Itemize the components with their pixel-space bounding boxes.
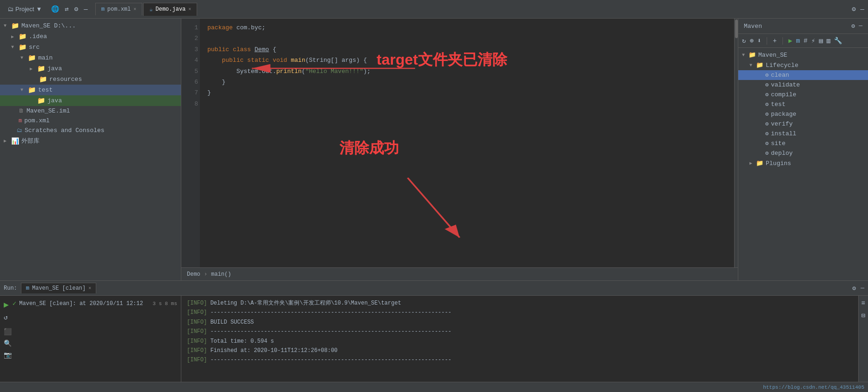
maven-hash-icon[interactable]: # [804,37,808,45]
project-label: Project [15,6,34,13]
maven-clean[interactable]: ⚙ clean [738,70,868,80]
bottom-stop-icon[interactable]: ⬛ [4,328,177,336]
maven-download-icon[interactable]: ⬇ [757,37,761,45]
editor-scrollbar[interactable] [734,19,738,267]
maven-gear-icon[interactable]: ⚙ [851,22,855,30]
bottom-settings-icon[interactable]: ⚙ [852,285,856,292]
console-line-2: [INFO] ---------------------------------… [187,308,853,317]
tree-main-java[interactable]: ▶ 📁 java [0,63,181,74]
maven-deploy-gear-icon: ⚙ [765,150,769,157]
globe-icon[interactable]: 🌐 [51,5,59,13]
project-button[interactable]: 🗂 Project ▼ [4,4,46,14]
tree-external-lib[interactable]: ▶ 📊 外部库 [0,135,181,146]
run-tab[interactable]: m Maven_SE [clean] × [21,283,96,293]
maven-test[interactable]: ⚙ test [738,100,868,109]
tree-iml[interactable]: 🗎 Maven_SE.iml [0,106,181,116]
maven-site[interactable]: ⚙ site [738,139,868,148]
run-play-button[interactable]: ▶ [4,299,9,310]
pom-icon: m [101,6,105,13]
maven-cols-icon[interactable]: ▤ [819,37,822,45]
editor-scrollbar-thumb [735,20,738,38]
maven-minimize-icon[interactable]: — [861,6,864,13]
line-numbers: 1 2 3 4 5 6 7 8 [181,19,200,267]
maven-install[interactable]: ⚙ install [738,129,868,139]
maven-lightning-icon[interactable]: ⚡ [811,37,815,45]
tree-idea[interactable]: ▶ 📁 .idea [0,31,181,42]
java-icon: ☕ [149,6,152,13]
bp-align-bottom-icon[interactable]: ⊟ [861,312,865,319]
maven-plugins-arrow: ▶ [749,160,756,166]
status-url[interactable]: https://blog.csdn.net/qq_43511405 [763,385,864,390]
minimize-icon[interactable]: — [84,6,87,13]
bottom-minimize-icon[interactable]: — [861,285,864,292]
bottom-right-icons: ⚙ — [852,285,864,292]
tree-test-java[interactable]: 📁 java [0,95,181,106]
main-label: main [38,54,53,61]
console-output: [INFO] Deleting D:\A-常用文件夹\案例\开发工程师\10.9… [181,296,858,382]
maven-package-gear-icon: ⚙ [765,111,769,118]
console-line-7: [INFO] ---------------------------------… [187,355,853,365]
maven-minimize-icon[interactable]: — [859,22,862,30]
maven-compile-label: compile [771,91,796,98]
maven-verify[interactable]: ⚙ verify [738,119,868,129]
maven-install-arrow [759,131,765,136]
console-line-5: [INFO] Total time: 0.594 s [187,337,853,346]
code-line-4: public static void main(String[] args) { [207,55,727,66]
tree-main[interactable]: ▼ 📁 main [0,53,181,63]
svg-line-3 [408,178,460,237]
tab-demo-java[interactable]: ☕ Demo.java × [143,3,197,16]
tree-root[interactable]: ▼ 📁 Maven_SE D:\... [0,20,181,31]
maven-deploy-arrow [759,151,765,156]
tab-pom[interactable]: m pom.xml × [95,3,143,15]
ext-folder-icon: 📊 [11,137,19,145]
maven-validate-label: validate [771,81,800,88]
maven-lifecycle-arrow: ▼ [749,63,756,68]
tree-test[interactable]: ▼ 📁 test [0,85,181,95]
maven-cols2-icon[interactable]: ▥ [827,37,830,45]
maven-refresh-icon[interactable]: ↻ [742,37,746,45]
iml-arrow [11,108,19,113]
maven-lifecycle[interactable]: ▼ 📁 Lifecycle [738,60,868,70]
test-arrow: ▼ [20,87,28,93]
tree-src[interactable]: ▼ 📁 src [0,42,181,53]
idea-arrow: ▶ [11,34,19,40]
maven-settings-icon[interactable]: ⚙ [852,5,855,13]
ext-arrow: ▶ [4,138,11,144]
tree-pom[interactable]: m pom.xml [0,116,181,126]
bottom-search-icon[interactable]: 🔍 [4,339,177,347]
maven-site-gear-icon: ⚙ [765,140,769,147]
line-num-1: 1 [183,22,198,33]
maven-compile[interactable]: ⚙ compile [738,90,868,100]
bottom-status-bar: https://blog.csdn.net/qq_43511405 [0,382,868,392]
run-reconnect-icon[interactable]: ↺ [4,313,9,321]
maven-package[interactable]: ⚙ package [738,109,868,119]
run-check-icon: ✓ [13,299,16,307]
bottom-screenshot-icon[interactable]: 📷 [4,351,177,359]
maven-validate[interactable]: ⚙ validate [738,80,868,90]
settings-icon[interactable]: ⚙ [74,5,78,13]
maven-package-arrow [759,112,765,117]
code-editor[interactable]: package com.byc; public class Demo { pub… [200,19,734,267]
maven-plugins[interactable]: ▶ 📁 Plugins [738,158,868,168]
bottom-content: ▶ ↺ ✓ Maven_SE [clean]: at 2020/10/11 12… [0,296,868,382]
maven-deploy[interactable]: ⚙ deploy [738,148,868,158]
maven-run-icon[interactable]: ▶ [788,37,792,45]
pom-close-icon[interactable]: × [133,7,136,12]
maven-wrench-icon[interactable]: 🔧 [834,37,842,45]
run-tab-m-icon: m [26,285,29,292]
run-controls: ▶ ↺ ✓ Maven_SE [clean]: at 2020/10/11 12… [4,299,177,321]
tree-resources[interactable]: 📁 resources [0,74,181,85]
maven-site-label: site [771,140,785,147]
scratches-arrow [9,128,17,133]
maven-m-icon[interactable]: m [796,37,800,45]
top-bar-right: ⚙ — [852,5,864,13]
run-tab-close[interactable]: × [88,286,91,291]
maven-compile-gear-icon: ⚙ [765,91,769,98]
maven-add-icon[interactable]: + [773,37,776,45]
demo-close-icon[interactable]: × [188,7,191,12]
bp-align-top-icon[interactable]: ≡ [861,299,865,307]
maven-import-icon[interactable]: ⊕ [749,37,753,45]
tree-scratches[interactable]: 🗂 Scratches and Consoles [0,126,181,135]
transfer-icon[interactable]: ⇄ [65,5,68,13]
maven-root[interactable]: ▼ 📁 Maven_SE [738,50,868,60]
